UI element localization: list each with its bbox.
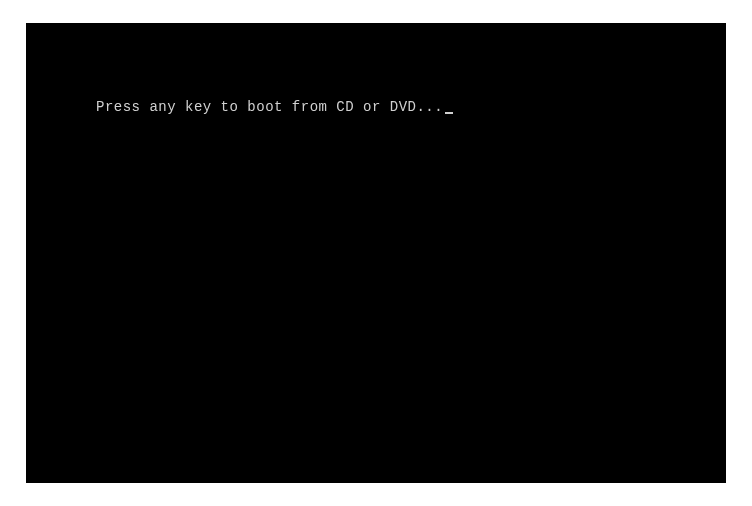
- text-cursor: [445, 112, 453, 114]
- boot-screen[interactable]: Press any key to boot from CD or DVD...: [26, 23, 726, 483]
- boot-prompt-text: Press any key to boot from CD or DVD...: [96, 99, 443, 115]
